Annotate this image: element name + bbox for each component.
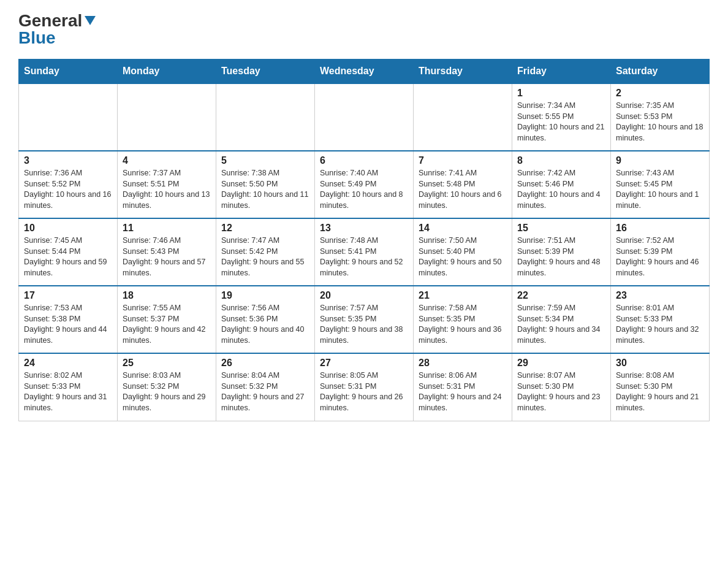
day-number: 25 bbox=[123, 358, 211, 369]
day-info: Sunrise: 7:59 AMSunset: 5:34 PMDaylight:… bbox=[517, 304, 601, 345]
calendar-cell: 25 Sunrise: 8:03 AMSunset: 5:32 PMDaylig… bbox=[118, 353, 216, 421]
day-number: 17 bbox=[24, 290, 112, 301]
page-header: General Blue bbox=[18, 12, 710, 47]
day-info: Sunrise: 7:38 AMSunset: 5:50 PMDaylight:… bbox=[221, 169, 308, 210]
day-number: 24 bbox=[24, 358, 112, 369]
day-info: Sunrise: 7:53 AMSunset: 5:38 PMDaylight:… bbox=[24, 304, 107, 345]
day-number: 14 bbox=[419, 223, 507, 234]
calendar-cell: 16 Sunrise: 7:52 AMSunset: 5:39 PMDaylig… bbox=[611, 218, 710, 286]
calendar-cell: 20 Sunrise: 7:57 AMSunset: 5:35 PMDaylig… bbox=[315, 286, 414, 353]
day-info: Sunrise: 7:57 AMSunset: 5:35 PMDaylight:… bbox=[320, 304, 403, 345]
calendar-cell bbox=[19, 83, 118, 151]
calendar-cell: 23 Sunrise: 8:01 AMSunset: 5:33 PMDaylig… bbox=[611, 286, 710, 353]
day-number: 13 bbox=[320, 223, 408, 234]
day-number: 1 bbox=[517, 88, 605, 99]
calendar-cell: 30 Sunrise: 8:08 AMSunset: 5:30 PMDaylig… bbox=[611, 353, 710, 421]
calendar-cell: 9 Sunrise: 7:43 AMSunset: 5:45 PMDayligh… bbox=[611, 151, 710, 218]
calendar-cell: 11 Sunrise: 7:46 AMSunset: 5:43 PMDaylig… bbox=[118, 218, 216, 286]
day-number: 16 bbox=[616, 223, 704, 234]
calendar-cell: 19 Sunrise: 7:56 AMSunset: 5:36 PMDaylig… bbox=[216, 286, 315, 353]
day-info: Sunrise: 7:58 AMSunset: 5:35 PMDaylight:… bbox=[419, 304, 502, 345]
day-info: Sunrise: 7:43 AMSunset: 5:45 PMDaylight:… bbox=[616, 169, 699, 210]
day-number: 5 bbox=[221, 155, 309, 166]
calendar-cell bbox=[414, 83, 512, 151]
day-number: 4 bbox=[123, 155, 211, 166]
calendar-cell: 18 Sunrise: 7:55 AMSunset: 5:37 PMDaylig… bbox=[118, 286, 216, 353]
day-info: Sunrise: 8:05 AMSunset: 5:31 PMDaylight:… bbox=[320, 371, 403, 412]
day-info: Sunrise: 8:04 AMSunset: 5:32 PMDaylight:… bbox=[221, 371, 305, 412]
header-thursday: Thursday bbox=[414, 59, 512, 84]
calendar-cell: 14 Sunrise: 7:50 AMSunset: 5:40 PMDaylig… bbox=[414, 218, 512, 286]
day-number: 26 bbox=[221, 358, 309, 369]
calendar-cell: 27 Sunrise: 8:05 AMSunset: 5:31 PMDaylig… bbox=[315, 353, 414, 421]
header-wednesday: Wednesday bbox=[315, 59, 414, 84]
day-number: 18 bbox=[123, 290, 211, 301]
day-info: Sunrise: 8:07 AMSunset: 5:30 PMDaylight:… bbox=[517, 371, 601, 412]
day-number: 9 bbox=[616, 155, 704, 166]
day-number: 29 bbox=[517, 358, 605, 369]
day-number: 22 bbox=[517, 290, 605, 301]
calendar-cell: 28 Sunrise: 8:06 AMSunset: 5:31 PMDaylig… bbox=[414, 353, 512, 421]
day-info: Sunrise: 7:55 AMSunset: 5:37 PMDaylight:… bbox=[123, 304, 206, 345]
day-number: 11 bbox=[123, 223, 211, 234]
calendar-cell: 4 Sunrise: 7:37 AMSunset: 5:51 PMDayligh… bbox=[118, 151, 216, 218]
calendar-cell: 8 Sunrise: 7:42 AMSunset: 5:46 PMDayligh… bbox=[512, 151, 611, 218]
calendar-cell: 3 Sunrise: 7:36 AMSunset: 5:52 PMDayligh… bbox=[19, 151, 118, 218]
calendar-cell: 15 Sunrise: 7:51 AMSunset: 5:39 PMDaylig… bbox=[512, 218, 611, 286]
day-info: Sunrise: 7:45 AMSunset: 5:44 PMDaylight:… bbox=[24, 236, 107, 277]
logo: General Blue bbox=[18, 12, 96, 47]
day-number: 3 bbox=[24, 155, 112, 166]
day-info: Sunrise: 7:50 AMSunset: 5:40 PMDaylight:… bbox=[419, 236, 502, 277]
day-info: Sunrise: 8:03 AMSunset: 5:32 PMDaylight:… bbox=[123, 371, 206, 412]
day-info: Sunrise: 8:08 AMSunset: 5:30 PMDaylight:… bbox=[616, 371, 699, 412]
calendar-header: SundayMondayTuesdayWednesdayThursdayFrid… bbox=[19, 59, 710, 84]
day-info: Sunrise: 7:48 AMSunset: 5:41 PMDaylight:… bbox=[320, 236, 403, 277]
day-info: Sunrise: 7:52 AMSunset: 5:39 PMDaylight:… bbox=[616, 236, 699, 277]
day-info: Sunrise: 8:02 AMSunset: 5:33 PMDaylight:… bbox=[24, 371, 107, 412]
logo-general-text: General bbox=[18, 12, 82, 29]
calendar-cell: 17 Sunrise: 7:53 AMSunset: 5:38 PMDaylig… bbox=[19, 286, 118, 353]
day-number: 7 bbox=[419, 155, 507, 166]
day-number: 8 bbox=[517, 155, 605, 166]
day-number: 30 bbox=[616, 358, 704, 369]
calendar-cell: 5 Sunrise: 7:38 AMSunset: 5:50 PMDayligh… bbox=[216, 151, 315, 218]
day-info: Sunrise: 7:40 AMSunset: 5:49 PMDaylight:… bbox=[320, 169, 403, 210]
calendar-cell: 1 Sunrise: 7:34 AMSunset: 5:55 PMDayligh… bbox=[512, 83, 611, 151]
logo-blue-text: Blue bbox=[18, 28, 56, 47]
header-saturday: Saturday bbox=[611, 59, 710, 84]
day-info: Sunrise: 7:56 AMSunset: 5:36 PMDaylight:… bbox=[221, 304, 305, 345]
calendar-cell: 12 Sunrise: 7:47 AMSunset: 5:42 PMDaylig… bbox=[216, 218, 315, 286]
day-info: Sunrise: 7:46 AMSunset: 5:43 PMDaylight:… bbox=[123, 236, 206, 277]
calendar-cell: 2 Sunrise: 7:35 AMSunset: 5:53 PMDayligh… bbox=[611, 83, 710, 151]
calendar-cell: 21 Sunrise: 7:58 AMSunset: 5:35 PMDaylig… bbox=[414, 286, 512, 353]
calendar-cell: 29 Sunrise: 8:07 AMSunset: 5:30 PMDaylig… bbox=[512, 353, 611, 421]
calendar-cell bbox=[118, 83, 216, 151]
day-number: 23 bbox=[616, 290, 704, 301]
calendar-cell: 7 Sunrise: 7:41 AMSunset: 5:48 PMDayligh… bbox=[414, 151, 512, 218]
day-number: 10 bbox=[24, 223, 112, 234]
calendar-cell: 13 Sunrise: 7:48 AMSunset: 5:41 PMDaylig… bbox=[315, 218, 414, 286]
calendar-cell: 22 Sunrise: 7:59 AMSunset: 5:34 PMDaylig… bbox=[512, 286, 611, 353]
day-info: Sunrise: 7:51 AMSunset: 5:39 PMDaylight:… bbox=[517, 236, 601, 277]
calendar-cell: 24 Sunrise: 8:02 AMSunset: 5:33 PMDaylig… bbox=[19, 353, 118, 421]
day-number: 20 bbox=[320, 290, 408, 301]
day-info: Sunrise: 8:01 AMSunset: 5:33 PMDaylight:… bbox=[616, 304, 699, 345]
day-info: Sunrise: 7:47 AMSunset: 5:42 PMDaylight:… bbox=[221, 236, 305, 277]
day-number: 19 bbox=[221, 290, 309, 301]
header-tuesday: Tuesday bbox=[216, 59, 315, 84]
header-sunday: Sunday bbox=[19, 59, 118, 84]
day-info: Sunrise: 7:36 AMSunset: 5:52 PMDaylight:… bbox=[24, 169, 111, 210]
day-info: Sunrise: 7:42 AMSunset: 5:46 PMDaylight:… bbox=[517, 169, 601, 210]
day-number: 27 bbox=[320, 358, 408, 369]
header-friday: Friday bbox=[512, 59, 611, 84]
day-number: 12 bbox=[221, 223, 309, 234]
header-monday: Monday bbox=[118, 59, 216, 84]
day-number: 2 bbox=[616, 88, 704, 99]
day-info: Sunrise: 7:41 AMSunset: 5:48 PMDaylight:… bbox=[419, 169, 502, 210]
calendar-cell: 6 Sunrise: 7:40 AMSunset: 5:49 PMDayligh… bbox=[315, 151, 414, 218]
calendar-cell: 10 Sunrise: 7:45 AMSunset: 5:44 PMDaylig… bbox=[19, 218, 118, 286]
day-number: 28 bbox=[419, 358, 507, 369]
day-info: Sunrise: 7:37 AMSunset: 5:51 PMDaylight:… bbox=[123, 169, 210, 210]
day-info: Sunrise: 7:35 AMSunset: 5:53 PMDaylight:… bbox=[616, 101, 703, 142]
calendar-cell: 26 Sunrise: 8:04 AMSunset: 5:32 PMDaylig… bbox=[216, 353, 315, 421]
